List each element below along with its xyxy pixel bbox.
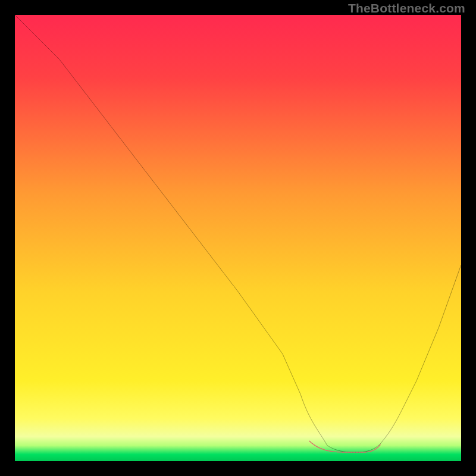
chart-frame: TheBottleneck.com (0, 0, 476, 476)
gradient-background (15, 15, 461, 461)
bottleneck-chart (15, 15, 461, 461)
watermark-text: TheBottleneck.com (348, 1, 465, 15)
